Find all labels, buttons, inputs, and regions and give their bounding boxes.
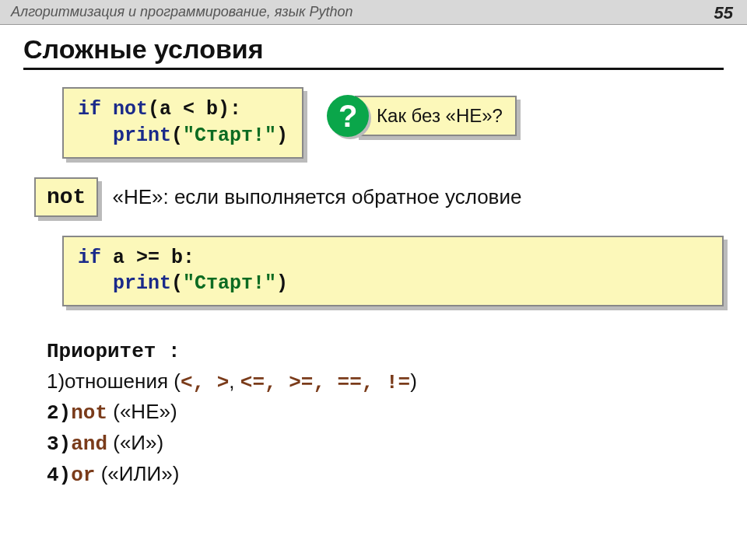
code-seg: (a < b): [148,98,241,121]
page-number: 55 [714,3,733,23]
kw-not: not [101,98,148,121]
p2-num: 2) [47,401,71,425]
code-box-1: if not(a < b): print("Старт!") [62,87,303,159]
priority-line-1: 1)отношения (<, >, <=, >=, ==, !=) [47,367,724,398]
slide-content: Сложные условия if not(a < b): print("Ст… [0,25,747,490]
str-literal: "Старт!" [183,124,276,147]
priority-block: Приоритет : 1)отношения (<, >, <=, >=, =… [47,338,724,490]
row-code2: if a >= b: print("Старт!") [62,236,724,307]
header-title: Алгоритмизация и программирование, язык … [11,4,352,20]
priority-title: Приоритет : [47,338,724,367]
str-literal: "Старт!" [183,272,276,295]
kw-if: if [78,247,101,269]
kw-print: print [78,124,171,147]
code-seg: ( [171,272,183,295]
page-title: Сложные условия [23,34,724,70]
priority-line-2: 2)not («НЕ») [47,397,724,429]
kw-if: if [78,98,101,121]
not-description: «НЕ»: если выполняется обратное условие [112,185,521,209]
p1-text: ) [410,369,417,393]
row-not: not «НЕ»: если выполняется обратное усло… [34,177,724,217]
not-box: not [34,177,98,217]
p3-text: («И») [107,431,163,454]
p4-text: («ИЛИ») [95,462,179,485]
code-seg: a >= b: [101,247,195,269]
p1-ops: <=, >=, ==, != [240,371,410,394]
code-seg: ( [171,124,183,147]
p2-op: not [71,401,107,425]
p3-num: 3) [47,432,71,456]
p1-text: 1)отношения ( [47,369,181,393]
row-code1: if not(a < b): print("Старт!") ? Как без… [62,87,724,159]
priority-line-4: 4)or («ИЛИ») [47,460,724,491]
p4-num: 4) [47,464,71,487]
question-text: Как без «НЕ»? [355,96,517,136]
kw-print: print [78,272,171,295]
p1-text: , [229,369,240,393]
code-box-2: if a >= b: print("Старт!") [62,236,724,307]
p1-ops: <, > [181,371,229,394]
priority-line-3: 3)and («И») [47,429,724,460]
question-callout: ? Как без «НЕ»? [327,95,517,137]
code-seg: ) [276,272,288,295]
p4-op: or [71,464,95,487]
p3-op: and [71,432,107,456]
p2-text: («НЕ») [107,400,177,423]
header-bar: Алгоритмизация и программирование, язык … [0,0,747,25]
question-mark-icon: ? [327,95,369,137]
code-seg: ) [276,124,288,147]
